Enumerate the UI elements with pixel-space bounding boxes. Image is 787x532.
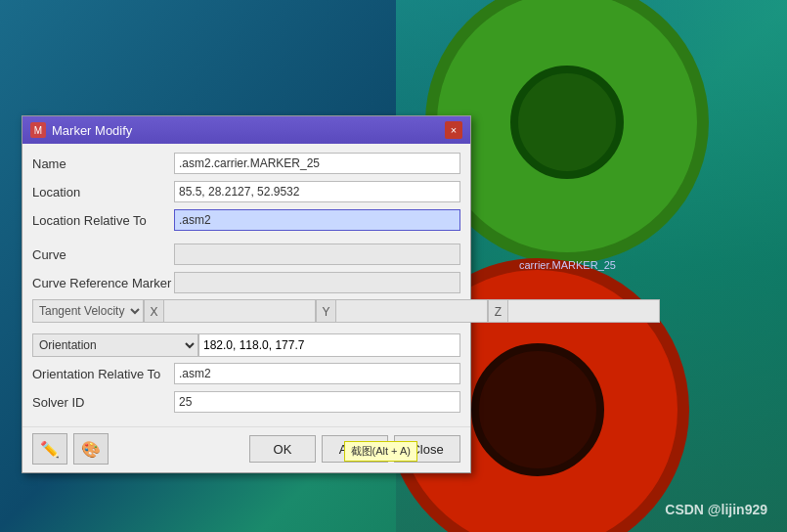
location-row: Location: [32, 180, 460, 203]
y-label: Y: [316, 299, 335, 323]
marker-label: carrier.MARKER_25: [519, 259, 616, 271]
solver-id-row: Solver ID: [32, 390, 460, 414]
solver-id-label: Solver ID: [32, 395, 174, 410]
location-relative-row: Location Relative To: [32, 208, 460, 232]
footer-icons: ✏️ 🎨: [32, 433, 109, 465]
dialog-close-button[interactable]: ×: [445, 121, 462, 139]
dialog-app-icon: M: [30, 122, 46, 138]
orientation-row: Orientation: [32, 333, 460, 357]
tangent-velocity-row: Tangent Velocity X Y Z: [32, 299, 460, 323]
watermark: CSDN @lijin929: [665, 502, 767, 517]
orientation-select[interactable]: Orientation: [32, 333, 198, 357]
xyz-group: X Y Z: [144, 299, 660, 323]
curve-ref-row: Curve Reference Marker: [32, 271, 460, 294]
dialog-body: Name Location Location Relative To Curve…: [22, 144, 470, 426]
z-group: Z: [488, 299, 660, 323]
orientation-relative-row: Orientation Relative To: [32, 362, 460, 385]
y-group: Y: [316, 299, 488, 323]
tangent-velocity-select[interactable]: Tangent Velocity: [32, 299, 144, 323]
curve-input[interactable]: [174, 244, 460, 265]
edit-icon-button[interactable]: ✏️: [32, 433, 67, 465]
x-label: X: [144, 299, 163, 323]
orientation-relative-label: Orientation Relative To: [32, 367, 174, 381]
name-input[interactable]: [174, 153, 460, 174]
z-input[interactable]: [507, 299, 660, 323]
name-label: Name: [32, 156, 174, 171]
color-icon-button[interactable]: 🎨: [73, 433, 109, 465]
curve-row: Curve: [32, 243, 460, 266]
location-label: Location: [32, 185, 174, 200]
x-input[interactable]: [163, 299, 316, 323]
curve-ref-label: Curve Reference Marker: [32, 276, 174, 290]
solver-id-input[interactable]: [174, 391, 460, 413]
orientation-relative-input[interactable]: [174, 363, 460, 384]
name-row: Name: [32, 152, 460, 175]
location-input[interactable]: [174, 181, 460, 202]
z-label: Z: [488, 299, 507, 323]
dialog-titlebar: M Marker Modify ×: [22, 116, 470, 144]
location-relative-input[interactable]: [174, 209, 460, 231]
title-left: M Marker Modify: [30, 122, 132, 138]
ok-button[interactable]: OK: [249, 435, 316, 463]
marker-modify-dialog: M Marker Modify × Name Location Location…: [22, 115, 471, 473]
x-group: X: [144, 299, 316, 323]
dialog-title: Marker Modify: [52, 123, 132, 138]
curve-label: Curve: [32, 247, 174, 262]
location-relative-label: Location Relative To: [32, 213, 174, 228]
y-input[interactable]: [335, 299, 488, 323]
screenshot-tooltip: 截图(Alt + A): [344, 441, 417, 462]
orientation-input[interactable]: [198, 333, 460, 357]
curve-ref-input[interactable]: [174, 272, 460, 293]
